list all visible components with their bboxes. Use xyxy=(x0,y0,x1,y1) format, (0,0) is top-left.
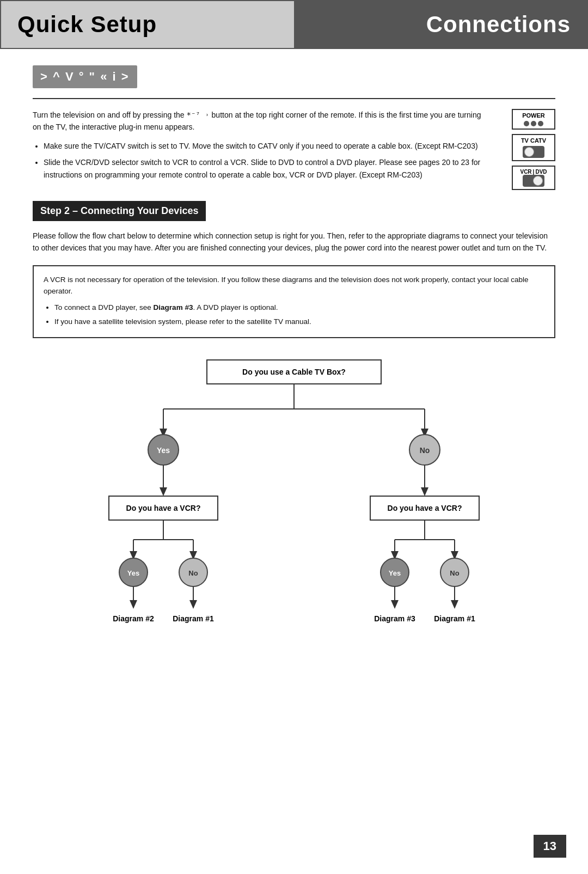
power-icon-box: POWER xyxy=(512,109,555,130)
vcr-question-left: Do you have a VCR? xyxy=(126,504,201,512)
step1-bullet-2: Slide the VCR/DVD selector switch to VCR… xyxy=(44,156,490,181)
tv-catv-label: TV CATV xyxy=(521,137,546,144)
svg-marker-34 xyxy=(189,600,197,609)
step1-main-text: Turn the television on and off by pressi… xyxy=(33,109,490,190)
step1-bullet-list: Make sure the TV/CATV switch is set to T… xyxy=(44,140,490,181)
dvd-label: DVD xyxy=(535,169,547,175)
svg-marker-12 xyxy=(421,487,428,496)
yes2-circle: Yes xyxy=(127,569,139,577)
svg-marker-36 xyxy=(391,600,399,609)
tv-catv-switch xyxy=(523,146,544,158)
vcr-label: VCR xyxy=(520,169,531,175)
no3-circle: No xyxy=(450,569,459,577)
svg-marker-10 xyxy=(160,487,167,496)
power-dot-3 xyxy=(538,121,543,126)
power-dot-1 xyxy=(524,121,529,126)
vcr-dvd-knob xyxy=(533,176,543,186)
svg-marker-38 xyxy=(451,600,458,609)
step2-description: Please follow the flow chart below to de… xyxy=(33,230,555,254)
page-header: Quick Setup Connections xyxy=(0,0,588,49)
cable-tv-question: Do you use a Cable TV Box? xyxy=(242,368,346,376)
step1-content-area: Turn the television on and off by pressi… xyxy=(33,109,555,190)
info-box-text1: A VCR is not necessary for operation of … xyxy=(44,274,544,297)
power-dots xyxy=(524,121,543,126)
info-box-bullet-2: If you have a satellite television syste… xyxy=(54,316,544,328)
sidebar-icons: POWER TV CATV V xyxy=(501,109,555,190)
power-dot-2 xyxy=(531,121,536,126)
power-label: POWER xyxy=(522,112,545,119)
step1-title-text: > ^ V ° " « i > xyxy=(40,70,130,83)
vcr-dvd-separator: | xyxy=(533,169,535,175)
step2-heading-text: Step 2 – Connecting Your Devices xyxy=(40,205,198,216)
vcr-dvd-label-row: VCR | DVD xyxy=(520,169,547,175)
main-content: > ^ V ° " « i > Turn the television on a… xyxy=(0,49,588,659)
diagram3-label: Diagram #3 xyxy=(374,614,415,623)
no-circle-right: No xyxy=(420,446,430,455)
info-box-bullet-1: To connect a DVD player, see Diagram #3.… xyxy=(54,302,544,314)
vcr-question-right: Do you have a VCR? xyxy=(388,504,462,512)
header-right: Connections xyxy=(294,1,587,48)
step2-heading-bar: Step 2 – Connecting Your Devices xyxy=(33,201,206,221)
vcr-dvd-icon-box: VCR | DVD xyxy=(512,166,555,190)
header-title-right: Connections xyxy=(426,11,571,38)
step1-title-bar: > ^ V ° " « i > xyxy=(33,65,137,88)
no2-circle: No xyxy=(188,569,198,577)
step1-intro-paragraph: Turn the television on and off by pressi… xyxy=(33,109,490,133)
step1-section: > ^ V ° " « i > Turn the television on a… xyxy=(33,65,555,190)
step1-bullet-1: Make sure the TV/CATV switch is set to T… xyxy=(44,140,490,152)
info-box-bullet-list: To connect a DVD player, see Diagram #3.… xyxy=(54,302,544,327)
page-number: 13 xyxy=(534,835,566,858)
header-left: Quick Setup xyxy=(1,1,294,48)
diagram1-left-label: Diagram #1 xyxy=(173,614,214,623)
tv-catv-knob xyxy=(524,147,534,157)
tv-catv-icon-box: TV CATV xyxy=(512,134,555,161)
yes3-circle: Yes xyxy=(389,569,401,577)
flowchart-svg: Do you use a Cable TV Box? Yes No xyxy=(49,355,539,638)
header-title-left: Quick Setup xyxy=(17,11,157,38)
info-box: A VCR is not necessary for operation of … xyxy=(33,265,555,338)
step1-divider xyxy=(33,98,555,99)
flowchart-container: Do you use a Cable TV Box? Yes No xyxy=(33,355,555,638)
vcr-dvd-switch xyxy=(523,175,544,187)
diagram2-label: Diagram #2 xyxy=(113,614,154,623)
diagram1-right-label: Diagram #1 xyxy=(434,614,475,623)
yes-circle-left: Yes xyxy=(157,446,170,455)
svg-marker-32 xyxy=(130,600,137,609)
